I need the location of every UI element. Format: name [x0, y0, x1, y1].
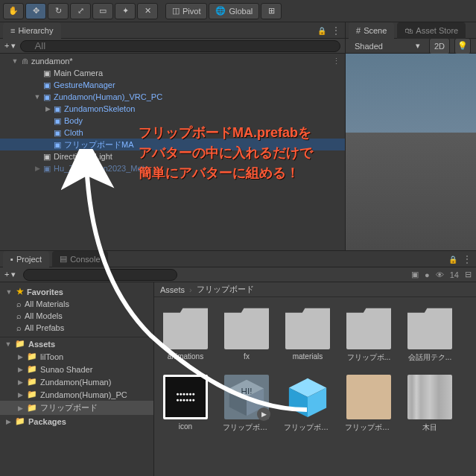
breadcrumb-segment[interactable]: Assets [160, 285, 185, 294]
favorite-search-item[interactable]: ⌕All Prefabs [0, 322, 153, 334]
expand-arrow-icon[interactable]: ▶ [16, 404, 24, 412]
eye-icon[interactable]: 👁 [436, 270, 444, 279]
asset-store-tab-label: Asset Store [416, 26, 458, 35]
star-icon: ★ [16, 287, 24, 296]
expand-arrow-icon[interactable]: ▶ [16, 353, 24, 361]
panel-menu-button[interactable]: ⋮ [331, 25, 342, 37]
assets-root-folder[interactable]: ▼ 📁 Assets [0, 337, 153, 350]
expand-arrow-icon[interactable]: ▶ [4, 418, 12, 425]
scale-tool-button[interactable]: ⤢ [70, 3, 91, 19]
project-asset-item[interactable]: fx [223, 305, 270, 363]
expand-arrow-icon[interactable]: ▶ [16, 366, 24, 373]
project-asset-item[interactable]: 木目 [406, 375, 454, 433]
project-asset-item[interactable]: フリップボ... [345, 305, 393, 363]
assets-label: Assets [28, 340, 55, 349]
rotate-tool-button[interactable]: ↻ [48, 3, 69, 19]
scene-menu-button[interactable]: ⋮ [332, 57, 340, 66]
project-asset-item[interactable]: ●●●●●●●●●●●●icon [162, 375, 209, 433]
asset-thumbnail [346, 375, 391, 419]
project-asset-item[interactable]: 会話用テク... [406, 305, 454, 363]
panel-menu-button[interactable]: ⋮ [462, 253, 473, 265]
shading-mode-dropdown[interactable]: Shaded▾ [350, 40, 425, 52]
project-search-input[interactable] [23, 269, 177, 281]
scene-icon: # [356, 26, 361, 35]
transform-tool-button[interactable]: ✦ [115, 3, 136, 19]
rect-tool-button[interactable]: ▭ [92, 3, 113, 19]
asset-label: 木目 [406, 422, 454, 433]
project-folder-item[interactable]: ▶📁Sunao Shader [0, 363, 153, 375]
hierarchy-item[interactable]: ▣GestureManager [0, 79, 345, 91]
project-asset-grid: animationsfxmaterialsフリップボ...会話用テク...●●●… [154, 297, 476, 476]
project-folder-item[interactable]: ▶📁Zundamon(Human)_PC [0, 388, 153, 401]
svg-text:HI!: HI! [241, 386, 253, 396]
favorite-label: All Materials [25, 299, 69, 308]
custom-tool-button[interactable]: ✕ [137, 3, 158, 19]
hierarchy-item[interactable]: ▣フリップボードMA [0, 139, 345, 150]
filter-icon[interactable]: ▣ [411, 270, 419, 279]
lock-icon[interactable] [317, 26, 326, 35]
packages-root-folder[interactable]: ▶ 📁 Packages [0, 415, 153, 428]
hierarchy-tabs: ≡Hierarchy ⋮ [0, 22, 345, 39]
folder-label: lilToon [40, 352, 63, 361]
scene-lighting-button[interactable]: 💡 [454, 38, 471, 54]
project-asset-item[interactable]: materials [284, 305, 331, 363]
create-dropdown-button[interactable]: + ▾ [4, 41, 16, 51]
expand-arrow-icon[interactable]: ▼ [33, 93, 42, 101]
scene-viewport[interactable] [346, 54, 476, 250]
hierarchy-toolbar: + ▾ ⌕ [0, 39, 345, 54]
hierarchy-tab-label: Hierarchy [18, 26, 53, 35]
global-toggle-button[interactable]: 🌐Global [209, 3, 259, 19]
project-create-button[interactable]: + ▾ [4, 270, 16, 279]
hierarchy-search-input[interactable] [20, 40, 340, 52]
chevron-down-icon: ▾ [416, 41, 420, 51]
project-asset-item[interactable]: フリップボー... [284, 375, 331, 433]
scene-row[interactable]: ▼ ⋒ zundamon* ⋮ [0, 55, 345, 67]
hierarchy-item[interactable]: ▼▣Zundamon(Human)_VRC_PC [0, 91, 345, 103]
favorite-search-item[interactable]: ⌕All Materials [0, 298, 153, 310]
expand-arrow-icon[interactable]: ▼ [4, 288, 13, 296]
hand-tool-button[interactable]: ✋ [3, 3, 24, 19]
layout-icon[interactable]: ⊟ [465, 270, 472, 279]
hierarchy-item-label: GestureManager [52, 80, 115, 89]
tab-asset-store[interactable]: 🛍Asset Store [397, 22, 466, 39]
hierarchy-item[interactable]: ▣Directional Light [0, 150, 345, 162]
hierarchy-item-label: Body [63, 116, 83, 125]
breadcrumb-segment[interactable]: フリップボード [197, 284, 254, 295]
project-asset-item[interactable]: フリップボード... [345, 375, 393, 433]
expand-arrow-icon[interactable]: ▼ [10, 57, 19, 65]
hierarchy-item[interactable]: ▣Body [0, 115, 345, 127]
favorite-search-item[interactable]: ⌕All Models [0, 310, 153, 322]
favorite-icon[interactable]: ● [425, 270, 430, 279]
project-asset-item[interactable]: HI!▶フリップボード [223, 375, 270, 433]
favorites-header[interactable]: ▼ ★ Favorites [0, 285, 153, 298]
project-folder-item[interactable]: ▶📁lilToon [0, 350, 153, 363]
tab-hierarchy[interactable]: ≡Hierarchy [3, 22, 61, 39]
expand-arrow-icon[interactable]: ▶ [33, 165, 42, 172]
asset-label: 会話用テク... [406, 352, 454, 363]
hierarchy-item[interactable]: ▶▣ZundamonSkeleton [0, 103, 345, 115]
tab-project[interactable]: ▪Project [3, 251, 49, 267]
hierarchy-item[interactable]: ▣Main Camera [0, 67, 345, 79]
asset-label: フリップボード... [345, 422, 393, 433]
move-tool-button[interactable]: ✥ [25, 3, 46, 19]
expand-arrow-icon[interactable]: ▶ [16, 391, 24, 399]
asset-thumbnail [407, 375, 452, 419]
project-asset-item[interactable]: animations [162, 305, 209, 363]
gameobject-cube-icon: ▣ [42, 151, 52, 162]
tab-console[interactable]: ▤Console [52, 251, 107, 267]
folder-label: Sunao Shader [40, 365, 92, 374]
expand-arrow-icon[interactable]: ▶ [16, 378, 24, 386]
pivot-toggle-button[interactable]: ◫Pivot [165, 3, 207, 19]
hierarchy-item[interactable]: ▶▣Hu_Zundamon2023_Meta [0, 162, 345, 174]
wrench-icon: ✕ [145, 6, 151, 16]
snap-toggle-button[interactable]: ⊞ [261, 3, 282, 19]
project-folder-item[interactable]: ▶📁Zundamon(Human) [0, 375, 153, 388]
tab-scene[interactable]: #Scene [349, 22, 394, 39]
lock-icon[interactable] [448, 255, 457, 264]
expand-arrow-icon[interactable]: ▶ [43, 105, 52, 112]
mode-2d-button[interactable]: 2D [429, 38, 450, 54]
hierarchy-item[interactable]: ▣Cloth [0, 127, 345, 139]
expand-arrow-icon[interactable]: ▼ [4, 340, 12, 348]
play-icon: ▶ [257, 407, 270, 421]
project-folder-item[interactable]: ▶📁フリップボード [0, 401, 153, 415]
